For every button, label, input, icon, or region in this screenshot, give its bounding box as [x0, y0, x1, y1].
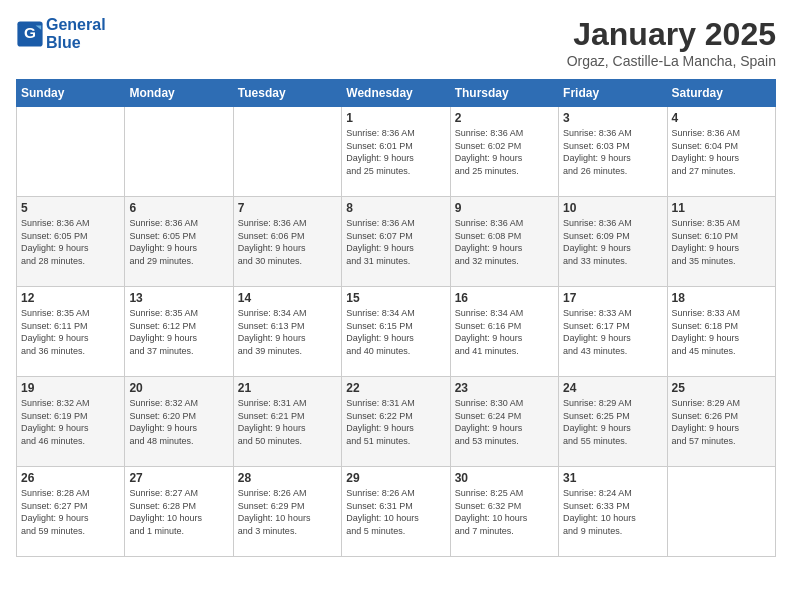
table-cell: 15Sunrise: 8:34 AM Sunset: 6:15 PM Dayli… — [342, 287, 450, 377]
day-info: Sunrise: 8:24 AM Sunset: 6:33 PM Dayligh… — [563, 487, 662, 537]
day-number: 20 — [129, 381, 228, 395]
day-info: Sunrise: 8:36 AM Sunset: 6:06 PM Dayligh… — [238, 217, 337, 267]
table-cell: 29Sunrise: 8:26 AM Sunset: 6:31 PM Dayli… — [342, 467, 450, 557]
table-cell: 11Sunrise: 8:35 AM Sunset: 6:10 PM Dayli… — [667, 197, 775, 287]
table-cell: 14Sunrise: 8:34 AM Sunset: 6:13 PM Dayli… — [233, 287, 341, 377]
day-info: Sunrise: 8:27 AM Sunset: 6:28 PM Dayligh… — [129, 487, 228, 537]
day-number: 24 — [563, 381, 662, 395]
day-number: 9 — [455, 201, 554, 215]
table-cell: 27Sunrise: 8:27 AM Sunset: 6:28 PM Dayli… — [125, 467, 233, 557]
page-header: G General Blue January 2025 Orgaz, Casti… — [16, 16, 776, 69]
week-row-5: 26Sunrise: 8:28 AM Sunset: 6:27 PM Dayli… — [17, 467, 776, 557]
day-info: Sunrise: 8:36 AM Sunset: 6:03 PM Dayligh… — [563, 127, 662, 177]
day-number: 14 — [238, 291, 337, 305]
table-cell: 30Sunrise: 8:25 AM Sunset: 6:32 PM Dayli… — [450, 467, 558, 557]
table-cell: 26Sunrise: 8:28 AM Sunset: 6:27 PM Dayli… — [17, 467, 125, 557]
day-info: Sunrise: 8:25 AM Sunset: 6:32 PM Dayligh… — [455, 487, 554, 537]
day-info: Sunrise: 8:36 AM Sunset: 6:04 PM Dayligh… — [672, 127, 771, 177]
month-title: January 2025 — [567, 16, 776, 53]
table-cell: 31Sunrise: 8:24 AM Sunset: 6:33 PM Dayli… — [559, 467, 667, 557]
day-info: Sunrise: 8:34 AM Sunset: 6:13 PM Dayligh… — [238, 307, 337, 357]
day-number: 4 — [672, 111, 771, 125]
table-cell: 3Sunrise: 8:36 AM Sunset: 6:03 PM Daylig… — [559, 107, 667, 197]
title-area: January 2025 Orgaz, Castille-La Mancha, … — [567, 16, 776, 69]
weekday-header-saturday: Saturday — [667, 80, 775, 107]
table-cell: 13Sunrise: 8:35 AM Sunset: 6:12 PM Dayli… — [125, 287, 233, 377]
table-cell: 5Sunrise: 8:36 AM Sunset: 6:05 PM Daylig… — [17, 197, 125, 287]
table-cell: 18Sunrise: 8:33 AM Sunset: 6:18 PM Dayli… — [667, 287, 775, 377]
table-cell: 16Sunrise: 8:34 AM Sunset: 6:16 PM Dayli… — [450, 287, 558, 377]
day-info: Sunrise: 8:36 AM Sunset: 6:05 PM Dayligh… — [21, 217, 120, 267]
day-info: Sunrise: 8:36 AM Sunset: 6:01 PM Dayligh… — [346, 127, 445, 177]
table-cell: 20Sunrise: 8:32 AM Sunset: 6:20 PM Dayli… — [125, 377, 233, 467]
table-cell: 17Sunrise: 8:33 AM Sunset: 6:17 PM Dayli… — [559, 287, 667, 377]
day-number: 28 — [238, 471, 337, 485]
weekday-header-sunday: Sunday — [17, 80, 125, 107]
day-number: 23 — [455, 381, 554, 395]
day-number: 25 — [672, 381, 771, 395]
day-number: 6 — [129, 201, 228, 215]
week-row-2: 5Sunrise: 8:36 AM Sunset: 6:05 PM Daylig… — [17, 197, 776, 287]
week-row-1: 1Sunrise: 8:36 AM Sunset: 6:01 PM Daylig… — [17, 107, 776, 197]
day-info: Sunrise: 8:34 AM Sunset: 6:16 PM Dayligh… — [455, 307, 554, 357]
table-cell: 9Sunrise: 8:36 AM Sunset: 6:08 PM Daylig… — [450, 197, 558, 287]
day-info: Sunrise: 8:30 AM Sunset: 6:24 PM Dayligh… — [455, 397, 554, 447]
day-info: Sunrise: 8:32 AM Sunset: 6:20 PM Dayligh… — [129, 397, 228, 447]
day-number: 8 — [346, 201, 445, 215]
day-number: 27 — [129, 471, 228, 485]
table-cell: 23Sunrise: 8:30 AM Sunset: 6:24 PM Dayli… — [450, 377, 558, 467]
week-row-3: 12Sunrise: 8:35 AM Sunset: 6:11 PM Dayli… — [17, 287, 776, 377]
day-info: Sunrise: 8:32 AM Sunset: 6:19 PM Dayligh… — [21, 397, 120, 447]
day-number: 16 — [455, 291, 554, 305]
day-info: Sunrise: 8:36 AM Sunset: 6:05 PM Dayligh… — [129, 217, 228, 267]
table-cell: 1Sunrise: 8:36 AM Sunset: 6:01 PM Daylig… — [342, 107, 450, 197]
table-cell: 24Sunrise: 8:29 AM Sunset: 6:25 PM Dayli… — [559, 377, 667, 467]
day-number: 31 — [563, 471, 662, 485]
day-info: Sunrise: 8:31 AM Sunset: 6:22 PM Dayligh… — [346, 397, 445, 447]
day-number: 5 — [21, 201, 120, 215]
table-cell: 22Sunrise: 8:31 AM Sunset: 6:22 PM Dayli… — [342, 377, 450, 467]
day-info: Sunrise: 8:29 AM Sunset: 6:26 PM Dayligh… — [672, 397, 771, 447]
day-number: 12 — [21, 291, 120, 305]
table-cell — [125, 107, 233, 197]
week-row-4: 19Sunrise: 8:32 AM Sunset: 6:19 PM Dayli… — [17, 377, 776, 467]
day-number: 7 — [238, 201, 337, 215]
table-cell: 25Sunrise: 8:29 AM Sunset: 6:26 PM Dayli… — [667, 377, 775, 467]
logo: G General Blue — [16, 16, 106, 52]
day-info: Sunrise: 8:29 AM Sunset: 6:25 PM Dayligh… — [563, 397, 662, 447]
location: Orgaz, Castille-La Mancha, Spain — [567, 53, 776, 69]
table-cell: 2Sunrise: 8:36 AM Sunset: 6:02 PM Daylig… — [450, 107, 558, 197]
table-cell: 4Sunrise: 8:36 AM Sunset: 6:04 PM Daylig… — [667, 107, 775, 197]
day-number: 1 — [346, 111, 445, 125]
day-info: Sunrise: 8:26 AM Sunset: 6:31 PM Dayligh… — [346, 487, 445, 537]
day-info: Sunrise: 8:34 AM Sunset: 6:15 PM Dayligh… — [346, 307, 445, 357]
weekday-header-monday: Monday — [125, 80, 233, 107]
day-number: 13 — [129, 291, 228, 305]
logo-text: General Blue — [46, 16, 106, 52]
day-number: 3 — [563, 111, 662, 125]
day-number: 10 — [563, 201, 662, 215]
day-info: Sunrise: 8:35 AM Sunset: 6:11 PM Dayligh… — [21, 307, 120, 357]
day-number: 29 — [346, 471, 445, 485]
table-cell: 12Sunrise: 8:35 AM Sunset: 6:11 PM Dayli… — [17, 287, 125, 377]
day-number: 11 — [672, 201, 771, 215]
weekday-header-row: SundayMondayTuesdayWednesdayThursdayFrid… — [17, 80, 776, 107]
table-cell: 7Sunrise: 8:36 AM Sunset: 6:06 PM Daylig… — [233, 197, 341, 287]
day-info: Sunrise: 8:35 AM Sunset: 6:10 PM Dayligh… — [672, 217, 771, 267]
day-info: Sunrise: 8:31 AM Sunset: 6:21 PM Dayligh… — [238, 397, 337, 447]
table-cell: 21Sunrise: 8:31 AM Sunset: 6:21 PM Dayli… — [233, 377, 341, 467]
logo-icon: G — [16, 20, 44, 48]
day-info: Sunrise: 8:35 AM Sunset: 6:12 PM Dayligh… — [129, 307, 228, 357]
day-info: Sunrise: 8:26 AM Sunset: 6:29 PM Dayligh… — [238, 487, 337, 537]
day-info: Sunrise: 8:36 AM Sunset: 6:09 PM Dayligh… — [563, 217, 662, 267]
weekday-header-wednesday: Wednesday — [342, 80, 450, 107]
table-cell: 8Sunrise: 8:36 AM Sunset: 6:07 PM Daylig… — [342, 197, 450, 287]
table-cell: 19Sunrise: 8:32 AM Sunset: 6:19 PM Dayli… — [17, 377, 125, 467]
table-cell — [233, 107, 341, 197]
day-info: Sunrise: 8:36 AM Sunset: 6:07 PM Dayligh… — [346, 217, 445, 267]
day-number: 21 — [238, 381, 337, 395]
day-number: 19 — [21, 381, 120, 395]
day-number: 26 — [21, 471, 120, 485]
weekday-header-friday: Friday — [559, 80, 667, 107]
day-number: 15 — [346, 291, 445, 305]
